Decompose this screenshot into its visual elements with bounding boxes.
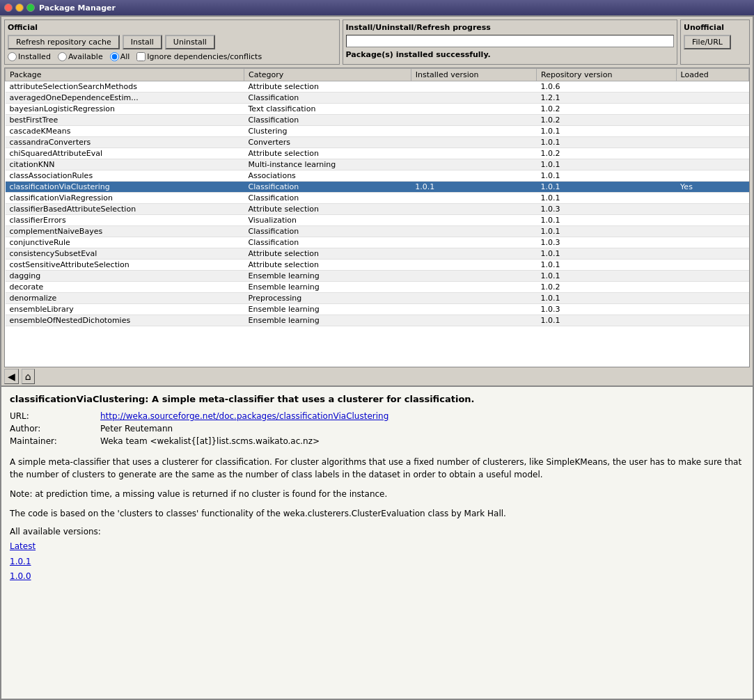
- table-row[interactable]: classifierBasedAttributeSelectionAttribu…: [6, 204, 749, 215]
- cell-category: Classification: [244, 193, 411, 204]
- refresh-button[interactable]: Refresh repository cache: [8, 35, 120, 49]
- cell-category: Classification: [244, 115, 411, 126]
- versions-label: All available versions:: [10, 527, 744, 536]
- version-101[interactable]: 1.0.1: [10, 555, 744, 570]
- cell-loaded: [676, 115, 748, 126]
- table-row[interactable]: cassandraConvertersConverters1.0.1: [6, 137, 749, 148]
- cell-package: consistencySubsetEval: [6, 248, 244, 260]
- table-row[interactable]: classifierErrorsVisualization1.0.1: [6, 215, 749, 226]
- table-row[interactable]: cascadeKMeansClustering1.0.1: [6, 126, 749, 137]
- table-row[interactable]: daggingEnsemble learning1.0.1: [6, 271, 749, 282]
- radio-all[interactable]: [110, 52, 119, 61]
- table-row[interactable]: conjunctiveRuleClassification1.0.3: [6, 237, 749, 248]
- cell-loaded: [676, 304, 748, 315]
- close-button[interactable]: [4, 3, 13, 12]
- cell-category: Preprocessing: [244, 293, 411, 304]
- radio-installed[interactable]: [8, 52, 17, 61]
- table-wrapper[interactable]: Package Category Installed version Repos…: [4, 67, 750, 367]
- table-row[interactable]: citationKNNMulti-instance learning1.0.1: [6, 159, 749, 170]
- cell-repo: 1.0.1: [537, 137, 677, 148]
- radio-available[interactable]: [58, 52, 67, 61]
- cell-loaded: [676, 170, 748, 182]
- table-row[interactable]: bayesianLogisticRegressionText classific…: [6, 104, 749, 115]
- cell-package: ensembleLibrary: [6, 304, 244, 315]
- cell-installed: [411, 215, 536, 226]
- filter-row: Installed Available All Ignore dependenc…: [8, 52, 336, 61]
- back-button[interactable]: ◀: [4, 369, 19, 384]
- radio-installed-label[interactable]: Installed: [8, 52, 51, 61]
- cell-loaded: [676, 148, 748, 159]
- radio-available-label[interactable]: Available: [58, 52, 103, 61]
- table-row[interactable]: ensembleOfNestedDichotomiesEnsemble lear…: [6, 315, 749, 326]
- cell-repo: 1.0.1: [537, 248, 677, 260]
- uninstall-button[interactable]: Uninstall: [165, 35, 215, 49]
- version-100[interactable]: 1.0.0: [10, 569, 744, 584]
- cell-package: decorate: [6, 282, 244, 293]
- install-button[interactable]: Install: [123, 35, 162, 49]
- cell-loaded: [676, 193, 748, 204]
- cell-installed: [411, 159, 536, 170]
- versions-section: All available versions: Latest 1.0.1 1.0…: [10, 527, 744, 584]
- cell-loaded: Yes: [676, 182, 748, 193]
- table-row[interactable]: classificationViaClusteringClassificatio…: [6, 182, 749, 193]
- cell-loaded: [676, 204, 748, 215]
- radio-all-label[interactable]: All: [110, 52, 130, 61]
- table-row[interactable]: denormalizePreprocessing1.0.1: [6, 293, 749, 304]
- desc-code-note: The code is based on the 'clusters to cl…: [10, 507, 744, 520]
- table-row[interactable]: chiSquaredAttributeEvalAttribute selecti…: [6, 148, 749, 159]
- maximize-button[interactable]: [26, 3, 35, 12]
- official-label: Official: [8, 23, 336, 32]
- file-url-button[interactable]: File/URL: [684, 35, 731, 49]
- packages-table: Package Category Installed version Repos…: [5, 68, 749, 326]
- cell-installed: [411, 81, 536, 93]
- home-button[interactable]: ⌂: [22, 369, 35, 384]
- cell-installed: [411, 237, 536, 248]
- table-row[interactable]: classificationViaRegressionClassificatio…: [6, 193, 749, 204]
- cell-repo: 1.0.2: [537, 148, 677, 159]
- cell-repo: 1.0.1: [537, 293, 677, 304]
- cell-repo: 1.0.2: [537, 115, 677, 126]
- detail-description: A simple meta-classifier that uses a clu…: [10, 456, 744, 520]
- url-link[interactable]: http://weka.sourceforge.net/doc.packages…: [100, 411, 744, 421]
- cell-category: Attribute selection: [244, 204, 411, 215]
- table-row[interactable]: classAssociationRulesAssociations1.0.1: [6, 170, 749, 182]
- cell-loaded: [676, 271, 748, 282]
- cell-package: denormalize: [6, 293, 244, 304]
- window-controls[interactable]: [4, 3, 35, 12]
- official-panel: Official Refresh repository cache Instal…: [4, 19, 340, 65]
- col-package: Package: [6, 69, 244, 81]
- cell-loaded: [676, 137, 748, 148]
- table-row[interactable]: averagedOneDependenceEstim...Classificat…: [6, 93, 749, 104]
- checkbox-ignore[interactable]: [136, 52, 146, 61]
- title-bar: Package Manager: [0, 0, 754, 15]
- checkbox-ignore-label[interactable]: Ignore dependencies/conflicts: [136, 52, 262, 61]
- table-row[interactable]: complementNaiveBayesClassification1.0.1: [6, 226, 749, 237]
- cell-package: classificationViaRegression: [6, 193, 244, 204]
- cell-category: Attribute selection: [244, 248, 411, 260]
- cell-installed: [411, 170, 536, 182]
- table-row[interactable]: attributeSelectionSearchMethodsAttribute…: [6, 81, 749, 93]
- table-section: Package Category Installed version Repos…: [4, 67, 750, 367]
- cell-loaded: [676, 226, 748, 237]
- table-row[interactable]: decorateEnsemble learning1.0.2: [6, 282, 749, 293]
- cell-repo: 1.0.3: [537, 204, 677, 215]
- cell-package: costSensitiveAttributeSelection: [6, 260, 244, 271]
- version-latest[interactable]: Latest: [10, 539, 744, 555]
- cell-category: Ensemble learning: [244, 271, 411, 282]
- status-text: Package(s) installed successfully.: [346, 50, 675, 59]
- table-row[interactable]: bestFirstTreeClassification1.0.2: [6, 115, 749, 126]
- detail-panel: classificationViaClustering: A simple me…: [1, 385, 753, 699]
- table-row[interactable]: costSensitiveAttributeSelectionAttribute…: [6, 260, 749, 271]
- cell-package: classifierBasedAttributeSelection: [6, 204, 244, 215]
- cell-package: attributeSelectionSearchMethods: [6, 81, 244, 93]
- cell-loaded: [676, 159, 748, 170]
- window-title: Package Manager: [39, 3, 116, 13]
- cell-category: Classification: [244, 237, 411, 248]
- minimize-button[interactable]: [15, 3, 24, 12]
- cell-package: averagedOneDependenceEstim...: [6, 93, 244, 104]
- table-row[interactable]: consistencySubsetEvalAttribute selection…: [6, 248, 749, 260]
- cell-repo: 1.0.1: [537, 182, 677, 193]
- table-row[interactable]: ensembleLibraryEnsemble learning1.0.3: [6, 304, 749, 315]
- cell-installed: [411, 204, 536, 215]
- cell-repo: 1.0.1: [537, 271, 677, 282]
